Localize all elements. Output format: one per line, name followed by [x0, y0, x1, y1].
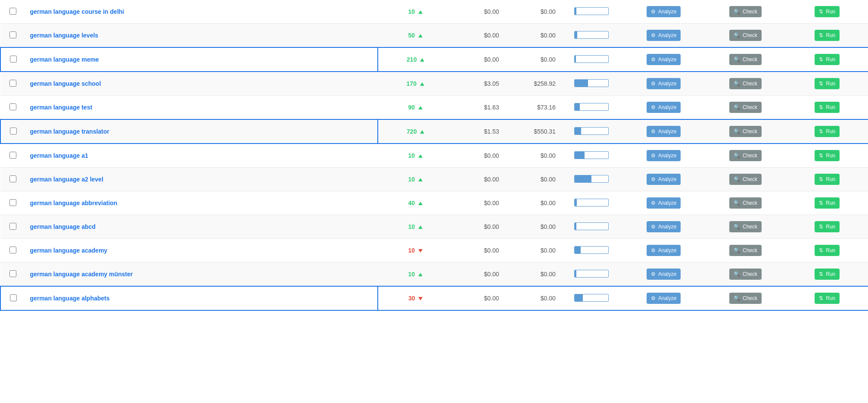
run-button[interactable]: ⇅ Run: [815, 126, 840, 137]
analyze-button[interactable]: ⚙ Analyze: [647, 245, 681, 256]
run-button[interactable]: ⇅ Run: [815, 197, 840, 209]
check-button[interactable]: 🔍 Check: [729, 126, 762, 137]
check-button[interactable]: 🔍 Check: [729, 6, 762, 17]
run-cell: ⇅ Run: [786, 119, 868, 144]
analyze-icon: ⚙: [651, 104, 656, 110]
row-checkbox[interactable]: [10, 56, 17, 62]
competition-bar: [574, 55, 609, 63]
check-button[interactable]: 🔍 Check: [729, 150, 762, 161]
analyze-button[interactable]: ⚙ Analyze: [647, 293, 681, 304]
row-checkbox[interactable]: [9, 152, 16, 159]
row-checkbox[interactable]: [9, 80, 16, 87]
bar-cell: [560, 144, 623, 168]
keyword-link[interactable]: german language alphabets: [30, 295, 109, 302]
row-checkbox[interactable]: [9, 199, 16, 206]
row-checkbox-cell: [0, 96, 25, 120]
check-button[interactable]: 🔍 Check: [729, 78, 762, 89]
analyze-button[interactable]: ⚙ Analyze: [647, 102, 681, 113]
check-button[interactable]: 🔍 Check: [729, 269, 762, 280]
check-button[interactable]: 🔍 Check: [729, 174, 762, 185]
check-search-icon: 🔍: [734, 295, 740, 301]
analyze-button[interactable]: ⚙ Analyze: [647, 78, 681, 89]
run-button[interactable]: ⇅ Run: [815, 102, 840, 113]
row-checkbox[interactable]: [9, 223, 16, 230]
run-button[interactable]: ⇅ Run: [815, 6, 840, 17]
volume-cell: 10: [378, 262, 453, 287]
actions-cell: ⚙ Analyze: [623, 72, 705, 96]
value-amount: $258.92: [534, 80, 556, 87]
check-button[interactable]: 🔍 Check: [729, 30, 762, 41]
table-row: german language abcd 10 $0.00 $0.00 ⚙ An…: [0, 215, 868, 239]
analyze-button[interactable]: ⚙ Analyze: [647, 174, 681, 185]
row-checkbox-cell: [0, 191, 25, 215]
keyword-link[interactable]: german language a2 level: [30, 176, 103, 183]
analyze-button[interactable]: ⚙ Analyze: [647, 30, 681, 41]
keyword-link[interactable]: german language meme: [30, 56, 99, 63]
row-checkbox[interactable]: [9, 247, 16, 253]
keyword-link[interactable]: german language test: [30, 104, 92, 111]
run-cell: ⇅ Run: [786, 144, 868, 168]
trend-up-icon: [420, 58, 424, 62]
run-button[interactable]: ⇅ Run: [815, 269, 840, 280]
check-button[interactable]: 🔍 Check: [729, 221, 762, 232]
analyze-button[interactable]: ⚙ Analyze: [647, 126, 681, 137]
analyze-button[interactable]: ⚙ Analyze: [647, 150, 681, 161]
check-cell: 🔍 Check: [705, 191, 787, 215]
analyze-button[interactable]: ⚙ Analyze: [647, 269, 681, 280]
row-checkbox[interactable]: [9, 175, 16, 182]
volume-cell: 40: [378, 191, 453, 215]
row-checkbox[interactable]: [10, 128, 17, 134]
run-button[interactable]: ⇅ Run: [815, 293, 840, 304]
run-button[interactable]: ⇅ Run: [815, 221, 840, 232]
run-button[interactable]: ⇅ Run: [815, 150, 840, 161]
keyword-link[interactable]: german language abbreviation: [30, 200, 117, 206]
volume-value: 10: [408, 271, 415, 278]
run-button[interactable]: ⇅ Run: [815, 174, 840, 185]
bar-fill: [575, 103, 580, 110]
analyze-button[interactable]: ⚙ Analyze: [647, 6, 681, 17]
keyword-link[interactable]: german language academy: [30, 247, 107, 254]
run-button[interactable]: ⇅ Run: [815, 30, 840, 41]
trend-down-icon: [418, 297, 423, 300]
row-checkbox[interactable]: [9, 103, 16, 110]
row-checkbox-cell: [0, 72, 25, 96]
actions-cell: ⚙ Analyze: [623, 96, 705, 120]
keyword-link[interactable]: german language translator: [30, 128, 109, 135]
cpc-cell: $3.05: [453, 72, 504, 96]
check-button[interactable]: 🔍 Check: [729, 197, 762, 209]
analyze-button[interactable]: ⚙ Analyze: [647, 221, 681, 232]
analyze-button[interactable]: ⚙ Analyze: [647, 54, 681, 65]
keyword-link[interactable]: german language levels: [30, 32, 98, 39]
row-checkbox[interactable]: [9, 270, 16, 277]
run-sort-icon: ⇅: [819, 200, 823, 206]
volume-cell: 90: [378, 96, 453, 120]
check-button[interactable]: 🔍 Check: [729, 293, 762, 304]
keyword-link[interactable]: german language abcd: [30, 223, 95, 230]
table-row: german language abbreviation 40 $0.00 $0…: [0, 191, 868, 215]
competition-bar: [574, 294, 609, 302]
check-button[interactable]: 🔍 Check: [729, 54, 762, 65]
value-amount: $0.00: [541, 223, 556, 230]
row-checkbox[interactable]: [9, 31, 16, 38]
trend-up-icon: [418, 34, 423, 37]
row-checkbox[interactable]: [9, 8, 16, 15]
bar-fill: [575, 270, 576, 277]
check-button[interactable]: 🔍 Check: [729, 102, 762, 113]
bar-fill: [575, 175, 591, 182]
check-search-icon: 🔍: [734, 104, 740, 110]
keyword-link[interactable]: german language course in delhi: [30, 8, 124, 15]
keyword-link[interactable]: german language academy münster: [30, 271, 133, 278]
run-button[interactable]: ⇅ Run: [815, 78, 840, 89]
cpc-cell: $0.00: [453, 144, 504, 168]
keyword-link[interactable]: german language a1: [30, 152, 88, 159]
competition-bar: [574, 246, 609, 254]
keyword-link[interactable]: german language school: [30, 80, 101, 87]
row-checkbox[interactable]: [10, 294, 17, 301]
keywords-table: german language course in delhi 10 $0.00…: [0, 0, 868, 311]
keyword-cell: german language a1: [25, 144, 377, 168]
check-button[interactable]: 🔍 Check: [729, 245, 762, 256]
value-amount: $0.00: [541, 152, 556, 159]
run-button[interactable]: ⇅ Run: [815, 54, 840, 65]
run-button[interactable]: ⇅ Run: [815, 245, 840, 256]
analyze-button[interactable]: ⚙ Analyze: [647, 197, 681, 209]
